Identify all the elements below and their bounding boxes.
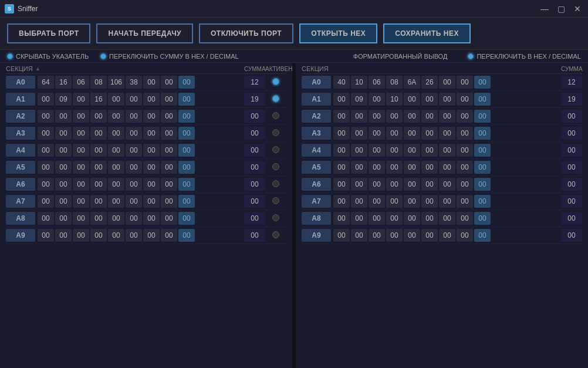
right-cell-highlighted[interactable]: 00 xyxy=(474,127,491,140)
right-cell-val[interactable]: 00 xyxy=(369,195,385,208)
left-cell-val[interactable]: 106 xyxy=(108,76,124,89)
close-button[interactable]: ✕ xyxy=(572,3,583,15)
right-cell-val[interactable]: 00 xyxy=(386,212,403,225)
left-cell-val[interactable]: 00 xyxy=(90,212,107,225)
right-cell-val[interactable]: 00 xyxy=(386,127,403,140)
left-cell-val[interactable]: 00 xyxy=(126,161,142,174)
left-cell-val[interactable]: 09 xyxy=(55,93,72,106)
right-cell-val[interactable]: 00 xyxy=(369,212,385,225)
right-cell-val[interactable]: 00 xyxy=(404,144,420,157)
right-cell-val[interactable]: 00 xyxy=(439,144,455,157)
right-cell-val[interactable]: 00 xyxy=(351,195,367,208)
left-cell-val[interactable]: 00 xyxy=(73,127,89,140)
maximize-button[interactable]: ▢ xyxy=(555,3,567,15)
toggle-sum-option[interactable]: ПЕРЕКЛЮЧИТЬ СУММУ В HEX / DECIMAL xyxy=(100,53,239,60)
left-cell-val[interactable]: 00 xyxy=(161,110,177,123)
start-transfer-button[interactable]: НАЧАТЬ ПЕРЕДАЧУ xyxy=(96,23,193,43)
left-cell-val[interactable]: 00 xyxy=(108,229,124,242)
left-cell-val[interactable]: 00 xyxy=(90,110,107,123)
left-cell-val[interactable]: 00 xyxy=(55,110,72,123)
left-cell-val[interactable]: 00 xyxy=(126,110,142,123)
right-cell-val[interactable]: 00 xyxy=(404,178,420,191)
left-cell-val[interactable]: 00 xyxy=(126,93,142,106)
left-cell-val[interactable]: 00 xyxy=(73,161,89,174)
left-cell-val[interactable]: 00 xyxy=(55,229,72,242)
left-cell-val[interactable]: 00 xyxy=(38,195,54,208)
left-cell-val[interactable]: 00 xyxy=(161,76,177,89)
left-cell-val[interactable]: 00 xyxy=(143,229,160,242)
right-cell-val[interactable]: 6A xyxy=(404,76,420,89)
right-cell-val[interactable]: 00 xyxy=(439,161,455,174)
left-cell-val[interactable]: 00 xyxy=(108,93,124,106)
left-cell-highlighted[interactable]: 00 xyxy=(178,161,195,174)
left-cell-val[interactable]: 00 xyxy=(38,178,54,191)
left-cell-val[interactable]: 00 xyxy=(90,127,107,140)
right-cell-val[interactable]: 00 xyxy=(421,144,438,157)
left-cell-val[interactable]: 00 xyxy=(143,110,160,123)
left-cell-val[interactable]: 00 xyxy=(38,110,54,123)
left-cell-val[interactable]: 00 xyxy=(55,212,72,225)
right-cell-highlighted[interactable]: 00 xyxy=(474,161,491,174)
left-cell-val[interactable]: 00 xyxy=(90,229,107,242)
left-cell-val[interactable]: 00 xyxy=(38,127,54,140)
right-cell-highlighted[interactable]: 00 xyxy=(474,178,491,191)
right-cell-highlighted[interactable]: 00 xyxy=(474,144,491,157)
right-cell-val[interactable]: 00 xyxy=(404,127,420,140)
left-cell-highlighted[interactable]: 00 xyxy=(178,178,195,191)
left-cell-val[interactable]: 00 xyxy=(161,229,177,242)
right-cell-val[interactable]: 00 xyxy=(351,229,367,242)
right-cell-val[interactable]: 26 xyxy=(421,76,438,89)
right-cell-val[interactable]: 00 xyxy=(404,229,420,242)
left-cell-val[interactable]: 00 xyxy=(73,178,89,191)
left-cell-val[interactable]: 00 xyxy=(161,144,177,157)
left-cell-val[interactable]: 00 xyxy=(126,178,142,191)
left-cell-val[interactable]: 00 xyxy=(161,195,177,208)
right-cell-val[interactable]: 00 xyxy=(369,144,385,157)
right-cell-highlighted[interactable]: 00 xyxy=(474,229,491,242)
left-cell-val[interactable]: 00 xyxy=(90,144,107,157)
left-cell-val[interactable]: 00 xyxy=(38,212,54,225)
right-cell-val[interactable]: 00 xyxy=(351,212,367,225)
right-cell-val[interactable]: 00 xyxy=(421,212,438,225)
right-cell-val[interactable]: 00 xyxy=(333,229,350,242)
left-cell-val[interactable]: 00 xyxy=(161,178,177,191)
left-cell-val[interactable]: 00 xyxy=(108,212,124,225)
right-cell-val[interactable]: 00 xyxy=(386,195,403,208)
left-cell-val[interactable]: 00 xyxy=(73,144,89,157)
right-cell-val[interactable]: 40 xyxy=(333,76,350,89)
left-cell-val[interactable]: 00 xyxy=(143,144,160,157)
left-cell-highlighted[interactable]: 00 xyxy=(178,110,195,123)
right-cell-val[interactable]: 00 xyxy=(421,229,438,242)
right-cell-val[interactable]: 00 xyxy=(369,127,385,140)
right-cell-val[interactable]: 00 xyxy=(369,110,385,123)
right-cell-val[interactable]: 00 xyxy=(421,93,438,106)
left-cell-val[interactable]: 00 xyxy=(161,93,177,106)
left-cell-val[interactable]: 00 xyxy=(126,127,142,140)
left-cell-val[interactable]: 06 xyxy=(73,76,89,89)
right-cell-val[interactable]: 00 xyxy=(369,178,385,191)
left-cell-val[interactable]: 00 xyxy=(108,178,124,191)
right-cell-val[interactable]: 00 xyxy=(351,127,367,140)
left-cell-val[interactable]: 64 xyxy=(38,76,54,89)
right-cell-val[interactable]: 00 xyxy=(386,110,403,123)
right-cell-val[interactable]: 00 xyxy=(457,144,473,157)
left-cell-val[interactable]: 00 xyxy=(126,229,142,242)
right-cell-val[interactable]: 00 xyxy=(404,212,420,225)
left-cell-val[interactable]: 00 xyxy=(73,93,89,106)
right-cell-val[interactable]: 00 xyxy=(439,110,455,123)
left-cell-val[interactable]: 00 xyxy=(90,161,107,174)
right-cell-val[interactable]: 00 xyxy=(457,127,473,140)
right-cell-val[interactable]: 10 xyxy=(351,76,367,89)
left-cell-val[interactable]: 00 xyxy=(126,212,142,225)
save-hex-button[interactable]: СОХРАНИТЬ HEX xyxy=(383,23,471,43)
left-cell-val[interactable]: 16 xyxy=(90,93,107,106)
right-cell-val[interactable]: 08 xyxy=(386,76,403,89)
left-cell-val[interactable]: 00 xyxy=(126,144,142,157)
left-cell-val[interactable]: 38 xyxy=(126,76,142,89)
left-cell-val[interactable]: 00 xyxy=(143,178,160,191)
right-cell-val[interactable]: 00 xyxy=(439,212,455,225)
left-cell-val[interactable]: 00 xyxy=(55,127,72,140)
left-cell-val[interactable]: 00 xyxy=(73,212,89,225)
right-cell-val[interactable]: 00 xyxy=(369,161,385,174)
right-cell-val[interactable]: 00 xyxy=(457,178,473,191)
